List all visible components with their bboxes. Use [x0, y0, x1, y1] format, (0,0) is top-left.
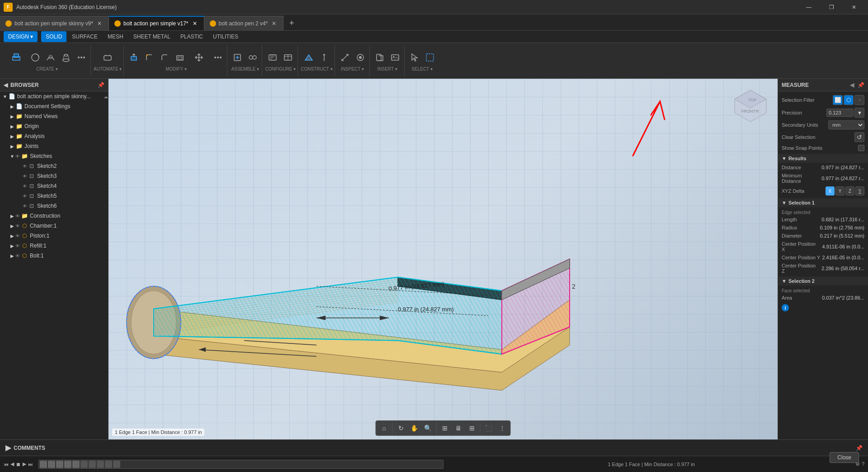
create-loft-btn[interactable] — [59, 50, 73, 65]
sketches-expand[interactable]: ▼ — [9, 154, 15, 159]
piston-expand[interactable]: ▶ — [9, 234, 15, 238]
chamber-eye-icon[interactable]: 👁 — [15, 224, 20, 229]
design-btn[interactable]: DESIGN ▾ — [4, 31, 38, 42]
filter-face-btn[interactable]: ⬜ — [833, 95, 843, 105]
browser-origin[interactable]: ▶ 📁 Origin — [0, 121, 108, 131]
vp-display-btn[interactable]: 🖥 — [452, 423, 465, 434]
mode-sheet-metal[interactable]: SHEET METAL — [129, 31, 175, 42]
vp-render-btn[interactable]: ⬛ — [482, 423, 495, 434]
configure-btn[interactable] — [265, 50, 280, 65]
timeline-item[interactable] — [72, 461, 80, 468]
comments-pin-icon[interactable]: 📌 — [856, 445, 863, 451]
results-section-header[interactable]: ▼ Results — [778, 154, 868, 163]
sketch4-eye-icon[interactable]: 👁 — [23, 184, 27, 189]
create-more-btn[interactable] — [74, 50, 89, 65]
browser-analysis[interactable]: ▶ 📁 Analysis — [0, 131, 108, 141]
timeline-item[interactable] — [105, 461, 112, 468]
automate-btn[interactable] — [97, 50, 118, 65]
delta-all-btn[interactable]: ∑ — [855, 186, 864, 195]
browser-construction[interactable]: ▶ 👁 📁 Construction — [0, 211, 108, 221]
selection2-section-header[interactable]: ▼ Selection 2 — [778, 277, 868, 286]
maximize-btn[interactable]: ❐ — [821, 0, 842, 14]
precision-input[interactable] — [826, 109, 854, 117]
timeline-play-btn[interactable]: ▶ — [23, 461, 26, 467]
vp-zoom-btn[interactable]: 🔍 — [422, 423, 434, 434]
browser-bolt[interactable]: ▶ 👁 ⬡ Bolt:1 — [0, 251, 108, 261]
inspect-measure-btn[interactable] — [338, 50, 352, 65]
construct-plane-btn[interactable] — [302, 50, 316, 65]
browser-joints[interactable]: ▶ 📁 Joints — [0, 141, 108, 151]
delta-y-btn[interactable]: Y — [835, 186, 844, 195]
doc-settings-expand[interactable]: ▶ — [9, 104, 15, 109]
refill-expand[interactable]: ▶ — [9, 243, 15, 248]
timeline-item[interactable] — [56, 461, 63, 468]
timeline-item[interactable] — [89, 461, 96, 468]
piston-eye-icon[interactable]: 👁 — [15, 234, 20, 238]
vp-fit-btn[interactable]: ⊞ — [439, 423, 451, 434]
modify-shell-btn[interactable] — [173, 50, 187, 65]
create-revolve-btn[interactable] — [28, 50, 42, 65]
sketch6-eye-icon[interactable]: 👁 — [23, 204, 27, 209]
modify-chamfer-btn[interactable] — [157, 50, 172, 65]
mode-utilities[interactable]: UTILITIES — [208, 31, 243, 42]
construct-axis-btn[interactable] — [317, 50, 331, 65]
browser-doc-settings[interactable]: ▶ 📄 Document Settings — [0, 101, 108, 111]
timeline-item[interactable] — [64, 461, 71, 468]
filter-vertex-btn[interactable]: ⬝ — [854, 95, 864, 105]
bolt-expand[interactable]: ▶ — [9, 253, 15, 258]
tab-1-close[interactable]: ✕ — [96, 20, 103, 27]
timeline-item[interactable] — [48, 461, 55, 468]
minimize-btn[interactable]: — — [798, 0, 819, 14]
vp-grid-btn[interactable]: ⊞ — [466, 423, 478, 434]
bolt-eye-icon[interactable]: 👁 — [15, 253, 20, 258]
panel-pin-btn[interactable]: 📌 — [857, 81, 864, 89]
browser-sketch3[interactable]: 👁 ⊡ Sketch3 — [0, 171, 108, 181]
sketch2-eye-icon[interactable]: 👁 — [23, 164, 27, 169]
construction-eye-icon[interactable]: 👁 — [15, 214, 20, 219]
mode-surface[interactable]: SURFACE — [67, 31, 102, 42]
show-snap-checkbox[interactable] — [858, 145, 864, 151]
configure-table-btn[interactable] — [281, 50, 295, 65]
timeline-prev-btn[interactable]: ⏮ — [4, 462, 9, 467]
close-window-btn[interactable]: ✕ — [844, 0, 864, 14]
browser-chamber[interactable]: ▶ 👁 ⬡ Chamber:1 — [0, 221, 108, 231]
assemble-new-component-btn[interactable] — [230, 50, 245, 65]
select-window-btn[interactable] — [423, 50, 437, 65]
insert-derive-btn[interactable] — [373, 50, 387, 65]
assemble-joint-btn[interactable] — [245, 50, 260, 65]
delta-z-btn[interactable]: Z — [845, 186, 854, 195]
clear-selection-btn[interactable]: ↺ — [854, 132, 864, 142]
browser-sketch2[interactable]: 👁 ⊡ Sketch2 — [0, 161, 108, 171]
browser-named-views[interactable]: ▶ 📁 Named Views — [0, 111, 108, 121]
vp-orbit-btn[interactable]: ↻ — [395, 423, 407, 434]
info-icon[interactable]: i — [782, 304, 789, 311]
browser-pin-icon[interactable]: 📌 — [98, 82, 104, 88]
timeline-item[interactable] — [40, 461, 47, 468]
tab-2-close[interactable]: ✕ — [191, 20, 198, 27]
insert-image-btn[interactable] — [388, 50, 402, 65]
timeline-track[interactable] — [38, 460, 443, 469]
refill-eye-icon[interactable]: 👁 — [15, 243, 20, 248]
browser-piston[interactable]: ▶ 👁 ⬡ Piston:1 — [0, 231, 108, 241]
timeline-stop-btn[interactable]: ⏹ — [16, 462, 21, 467]
browser-sketch6[interactable]: 👁 ⊡ Sketch6 — [0, 201, 108, 211]
browser-sketches[interactable]: ▼ 👁 📁 Sketches — [0, 151, 108, 161]
select-btn[interactable] — [407, 50, 422, 65]
browser-root-item[interactable]: ▼ 📄 bolt action pen simple skinny... ☁ — [0, 91, 108, 101]
precision-dropdown-btn[interactable]: ▾ — [854, 108, 864, 118]
browser-refill[interactable]: ▶ 👁 ⬡ Refill:1 — [0, 241, 108, 251]
mode-solid[interactable]: SOLID — [41, 31, 66, 42]
inspect-section-btn[interactable] — [353, 50, 368, 65]
vp-more-btn[interactable]: ⋮ — [496, 423, 509, 434]
timeline-play-back-btn[interactable]: ◀ — [10, 461, 14, 467]
selection1-section-header[interactable]: ▼ Selection 1 — [778, 198, 868, 207]
delta-x-btn[interactable]: X — [826, 186, 835, 195]
timeline-item[interactable] — [97, 461, 104, 468]
modify-press-pull-btn[interactable] — [127, 50, 141, 65]
root-expand-icon[interactable]: ▼ — [2, 94, 8, 99]
sketch3-eye-icon[interactable]: 👁 — [23, 174, 27, 179]
secondary-units-select[interactable]: mm in cm — [828, 120, 864, 129]
vp-home-btn[interactable]: ⌂ — [378, 423, 391, 434]
comments-expand-icon[interactable]: ▶ — [5, 443, 11, 452]
chamber-expand[interactable]: ▶ — [9, 224, 15, 229]
